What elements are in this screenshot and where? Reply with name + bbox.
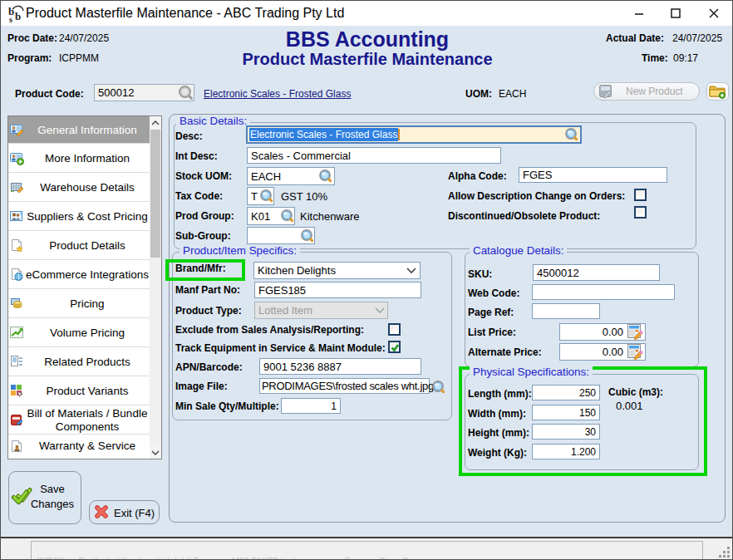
svg-text:s: s — [9, 15, 12, 24]
svg-text:b: b — [15, 10, 21, 22]
